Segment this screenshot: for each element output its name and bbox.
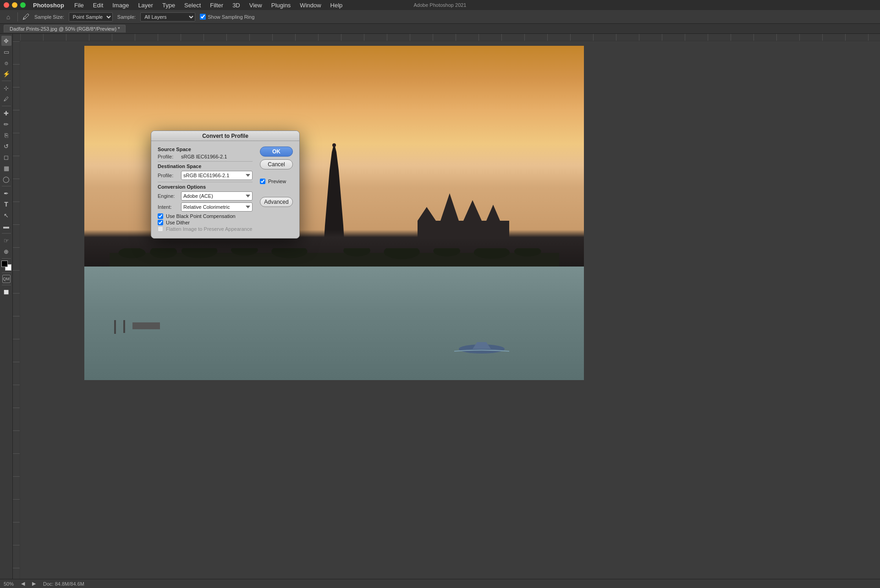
healing-brush-tool[interactable]: ✚	[1, 108, 11, 118]
canvas-area: Convert to Profile Source Space Profile:…	[13, 34, 880, 579]
svg-marker-8	[418, 207, 436, 221]
intent-label: Intent:	[158, 204, 178, 210]
ok-button[interactable]: OK	[260, 147, 293, 157]
dialog-title-bar: Convert to Profile	[151, 131, 299, 141]
zoom-tool[interactable]: ⊕	[1, 246, 11, 256]
pen-tool[interactable]: ✒	[1, 188, 11, 198]
status-bar: 50% ◀ ▶ Doc: 84.8M/84.6M	[0, 579, 880, 588]
use-dither-label: Use Dither	[166, 220, 190, 225]
nav-arrow-left[interactable]: ◀	[21, 581, 25, 587]
preview-checkbox[interactable]	[260, 179, 265, 184]
app-name: Photoshop	[33, 2, 64, 9]
home-icon[interactable]: ⌂	[4, 12, 13, 22]
horizontal-ruler-row	[13, 34, 880, 41]
menu-filter[interactable]: Filter	[205, 1, 228, 10]
options-bar: ⌂ 🖊 Sample Size: Point Sample Sample: Al…	[0, 10, 880, 24]
traffic-lights	[4, 2, 26, 8]
svg-rect-25	[132, 322, 160, 329]
foreground-background-colors[interactable]	[1, 261, 11, 271]
cancel-button[interactable]: Cancel	[260, 159, 293, 169]
source-profile-value: sRGB IEC61966-2.1	[181, 154, 227, 159]
sample-select[interactable]: All Layers	[140, 12, 195, 22]
dialog-content: Source Space Profile: sRGB IEC61966-2.1 …	[158, 147, 253, 233]
menu-type[interactable]: Type	[158, 1, 180, 10]
intent-select[interactable]: Relative Colorimetric	[181, 202, 253, 212]
menu-layer[interactable]: Layer	[133, 1, 158, 10]
menu-window[interactable]: Window	[295, 1, 325, 10]
preview-row: Preview	[260, 179, 293, 184]
type-tool[interactable]: T	[1, 199, 11, 209]
menu-edit[interactable]: Edit	[88, 1, 108, 10]
brush-tool[interactable]: ✏	[1, 119, 11, 129]
black-point-checkbox[interactable]	[158, 213, 163, 219]
menu-file[interactable]: File	[70, 1, 88, 10]
vertical-ruler	[13, 41, 20, 579]
minimize-button[interactable]	[12, 2, 17, 8]
menu-select[interactable]: Select	[180, 1, 205, 10]
move-tool[interactable]: ✥	[1, 36, 11, 46]
separator-2	[158, 182, 253, 182]
menu-image[interactable]: Image	[108, 1, 133, 10]
eyedropper-tool-icon: 🖊	[22, 13, 30, 21]
boat	[454, 335, 509, 354]
black-point-label: Use Black Point Compensation	[166, 213, 236, 219]
source-profile-label: Profile:	[158, 154, 178, 159]
rectangular-marquee-tool[interactable]: ▭	[1, 47, 11, 57]
sample-size-select[interactable]: Point Sample	[69, 12, 113, 22]
use-dither-checkbox[interactable]	[158, 220, 163, 225]
destination-profile-row: Profile: sRGB IEC61966-2.1	[158, 171, 253, 180]
menu-3d[interactable]: 3D	[228, 1, 245, 10]
use-dither-row: Use Dither	[158, 220, 253, 225]
menu-plugins[interactable]: Plugins	[267, 1, 296, 10]
nav-arrow-right[interactable]: ▶	[32, 581, 36, 587]
maximize-button[interactable]	[20, 2, 26, 8]
engine-select[interactable]: Adobe (ACE)	[181, 191, 253, 201]
lasso-tool[interactable]: ⌾	[1, 58, 11, 68]
close-button[interactable]	[4, 2, 9, 8]
black-point-row: Use Black Point Compensation	[158, 213, 253, 219]
flatten-image-label: Flatten Image to Preserve Appearance	[166, 226, 252, 232]
gradient-tool[interactable]: ▦	[1, 163, 11, 173]
ruler-corner	[13, 34, 20, 41]
conversion-options-section: Conversion Options	[158, 184, 253, 190]
dock-area	[110, 320, 209, 347]
eraser-tool[interactable]: ◻	[1, 152, 11, 162]
source-space-section: Source Space	[158, 147, 253, 152]
destination-profile-select[interactable]: sRGB IEC61966-2.1	[181, 171, 253, 180]
horizontal-ruler	[20, 34, 880, 41]
show-sampling-ring-checkbox[interactable]	[200, 14, 206, 20]
document-tab[interactable]: Dadfar Prints-253.jpg @ 50% (RGB/8*/Prev…	[4, 25, 126, 33]
source-profile-row: Profile: sRGB IEC61966-2.1	[158, 154, 253, 159]
shape-tool[interactable]: ▬	[1, 221, 11, 231]
foreground-color-swatch[interactable]	[1, 261, 8, 267]
menu-help[interactable]: Help	[326, 1, 347, 10]
intent-row: Intent: Relative Colorimetric	[158, 202, 253, 212]
menu-view[interactable]: View	[245, 1, 267, 10]
workspace: ✥ ▭ ⌾ ⚡ ⊹ 🖊 ✚ ✏ ⎘ ↺ ◻ ▦ ◯ ✒ T ↖ ▬ ☞ ⊕ QM…	[0, 34, 880, 579]
path-select-tool[interactable]: ↖	[1, 210, 11, 220]
svg-marker-11	[486, 205, 500, 221]
advanced-button[interactable]: Advanced	[260, 197, 293, 207]
title-bar: Photoshop File Edit Image Layer Type Sel…	[0, 0, 880, 10]
separator-1	[158, 161, 253, 162]
flatten-image-row: Flatten Image to Preserve Appearance	[158, 226, 253, 232]
svg-marker-10	[463, 200, 482, 221]
canvas-with-vertical-ruler: Convert to Profile Source Space Profile:…	[13, 41, 880, 579]
crop-tool[interactable]: ⊹	[1, 83, 11, 93]
svg-rect-23	[114, 320, 116, 334]
quick-mask-toggle[interactable]: QM	[2, 275, 11, 283]
flatten-image-checkbox[interactable]	[158, 226, 163, 232]
tree-line	[110, 248, 559, 267]
dialog-title: Convert to Profile	[202, 133, 248, 139]
engine-row: Engine: Adobe (ACE)	[158, 191, 253, 201]
canvas-scroll-area[interactable]: Convert to Profile Source Space Profile:…	[20, 41, 880, 579]
clone-stamp-tool[interactable]: ⎘	[1, 130, 11, 140]
show-sampling-ring-wrap: Show Sampling Ring	[200, 14, 254, 20]
dodge-tool[interactable]: ◯	[1, 174, 11, 184]
history-brush-tool[interactable]: ↺	[1, 141, 11, 151]
eyedropper-tool[interactable]: 🖊	[1, 94, 11, 104]
screen-mode-button[interactable]: ⬜	[1, 287, 11, 297]
svg-point-1	[332, 143, 336, 147]
quick-select-tool[interactable]: ⚡	[1, 69, 11, 79]
hand-tool[interactable]: ☞	[1, 235, 11, 245]
